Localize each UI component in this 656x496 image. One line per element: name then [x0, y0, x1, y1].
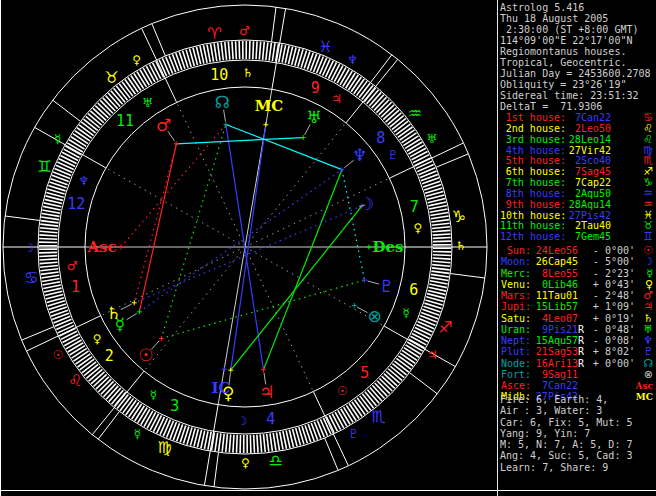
- planet-position-value: 8Leo55: [531, 268, 578, 279]
- degree-tick: [320, 58, 327, 75]
- stat-line: Fire: 6, Earth: 4,: [500, 394, 656, 405]
- window-border-bottom: [0, 490, 656, 491]
- sign-boundary-line: [152, 24, 165, 56]
- house-cusp-value: 28Aqu14: [566, 200, 611, 211]
- scorpio-ruler-glyph: ♇: [348, 427, 359, 441]
- degree-tick: [57, 162, 73, 169]
- planet-label: Fort:: [500, 369, 531, 380]
- sign-boundary-line: [272, 7, 276, 42]
- planet-label: Sun:: [500, 245, 531, 256]
- moon-wheel-glyph: ☽: [359, 194, 374, 214]
- house-11-ruler-glyph: ♅: [142, 96, 153, 110]
- asc-position-dot: [119, 245, 124, 250]
- degree-tick: [43, 282, 61, 285]
- planet-row: Venu:0Lib46+ 0°43'♀: [500, 279, 656, 290]
- degree-tick: [266, 42, 268, 60]
- planet-latitude: - 5°00': [585, 256, 635, 267]
- house-row: 12th house:7Gem45♊: [500, 232, 656, 243]
- degree-tick: [40, 262, 58, 263]
- chart-time: 2:30:00 (ST +8:00 GMT): [500, 24, 656, 35]
- pisces-ruler-glyph: ♆: [347, 53, 358, 67]
- degree-tick: [276, 432, 279, 450]
- planet-row: Satu:4Leo07+ 0°19'♄: [500, 313, 656, 324]
- window-border-left: [0, 0, 1, 496]
- house-12-number: 12: [67, 195, 85, 213]
- degree-tick: [40, 224, 58, 226]
- degree-tick: [430, 209, 448, 212]
- planet-row: Plut:21Sag53R+ 8°02'♇: [500, 346, 656, 357]
- degree-tick: [430, 281, 448, 284]
- degree-tick: [254, 435, 255, 453]
- house-1-number: 1: [71, 278, 80, 296]
- chart-info-header: Astrolog 5.416 Thu 18 August 2005 2:30:0…: [500, 2, 656, 112]
- planet-row: Moon:26Cap45- 5°00'☽: [500, 256, 656, 267]
- leo-sign-glyph: ♌: [68, 371, 82, 390]
- planet-pointer-line: [127, 313, 137, 319]
- degree-tick: [282, 45, 286, 63]
- sidereal-time: Sidereal time: 23:51:32: [500, 90, 656, 101]
- degree-tick: [229, 434, 230, 452]
- degree-tick: [236, 41, 237, 59]
- degree-tick: [56, 322, 72, 329]
- degree-tick: [157, 417, 165, 433]
- degree-tick: [429, 205, 447, 209]
- house-1-ruler-glyph: ♂: [67, 259, 78, 273]
- node-position-dot: [223, 122, 228, 127]
- degree-tick: [432, 223, 450, 225]
- fortune-glyph: ⊗: [635, 369, 656, 380]
- sign-boundary-line: [410, 373, 438, 394]
- aries-sign-glyph: ♈: [207, 24, 221, 43]
- degree-tick: [269, 43, 271, 61]
- degree-tick: [154, 415, 162, 431]
- degree-tick: [283, 431, 287, 449]
- sign-boundary-line: [325, 438, 338, 470]
- panel-separator-line: [497, 0, 498, 496]
- retrograde-flag: R: [578, 335, 585, 346]
- mars-position-dot: [174, 141, 179, 146]
- degree-tick: [433, 241, 451, 242]
- degree-tick: [41, 275, 59, 278]
- planet-position-value: 15Lib57: [531, 301, 578, 312]
- degree-tick: [280, 432, 283, 450]
- house-8-number: 8: [376, 129, 385, 147]
- house-spoke-line: [106, 168, 245, 247]
- degree-tick: [432, 227, 450, 229]
- planet-position-value: 26Cap45: [531, 256, 578, 267]
- app-title: Astrolog 5.416: [500, 2, 656, 13]
- sign-boundary-line: [371, 55, 392, 83]
- aquarius-sign-glyph: ♒: [408, 104, 422, 123]
- planet-latitude: + 1°09': [585, 301, 635, 312]
- chart-location: 114°09'00"E 22°17'00"N: [500, 35, 656, 46]
- degree-tick: [59, 328, 75, 336]
- ic-position-dot: [222, 367, 227, 372]
- degree-tick: [233, 435, 234, 453]
- degree-tick: [207, 45, 210, 63]
- sign-boundary-line: [214, 452, 218, 487]
- element-stats: Fire: 6, Earth: 4, Air : 3, Water: 3 Car…: [500, 394, 656, 473]
- saturn-wheel-glyph: ♄: [106, 303, 121, 323]
- capricorn-sign-glyph: ♑: [452, 207, 466, 226]
- planet-label: Moon:: [500, 256, 531, 267]
- degree-tick: [250, 435, 251, 453]
- planet-latitude: + 8°02': [585, 346, 635, 357]
- sign-boundary-line: [436, 154, 468, 167]
- degree-tick: [260, 434, 261, 452]
- leo-ruler-glyph: ☉: [53, 348, 64, 362]
- degree-tick: [55, 319, 72, 326]
- planet-label: Venu:: [500, 279, 531, 290]
- planet-label: Merc:: [500, 268, 531, 279]
- house-10-ruler-glyph: ♄: [242, 66, 253, 80]
- degree-tick: [43, 206, 61, 210]
- planet-pointer-line: [367, 281, 379, 284]
- degree-tick: [257, 435, 258, 453]
- degree-tick: [431, 271, 449, 273]
- degree-tick: [39, 238, 57, 239]
- pluto-glyph: ♇: [635, 346, 656, 357]
- planet-latitude: - 0°00': [585, 245, 635, 256]
- degree-tick: [239, 41, 240, 59]
- planet-row: Nept:15Aqu57R- 0°08'♆: [500, 335, 656, 346]
- degree-tick: [419, 319, 436, 326]
- planet-position-value: 24Leo56: [531, 245, 578, 256]
- degree-tick: [160, 418, 167, 434]
- aquarius-ruler-glyph: ♅: [426, 132, 437, 146]
